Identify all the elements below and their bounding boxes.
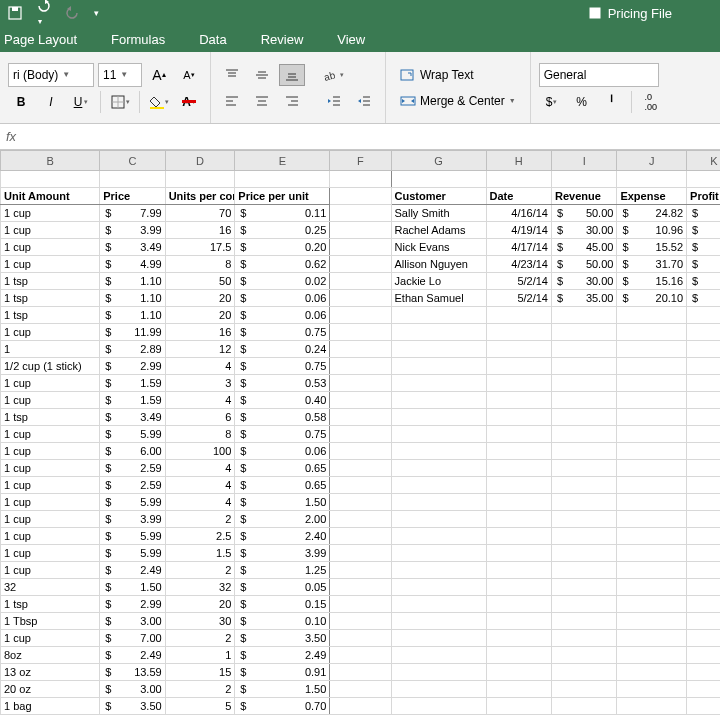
tab-review[interactable]: Review bbox=[261, 32, 304, 47]
cell[interactable]: 3.99 bbox=[235, 545, 330, 562]
cell[interactable]: 2 bbox=[165, 681, 235, 698]
cell[interactable] bbox=[391, 596, 486, 613]
cell[interactable] bbox=[391, 392, 486, 409]
cell[interactable]: 2.40 bbox=[235, 528, 330, 545]
cell[interactable]: 0.65 bbox=[235, 460, 330, 477]
cell[interactable] bbox=[486, 375, 551, 392]
cell[interactable]: 0.25 bbox=[235, 222, 330, 239]
italic-button[interactable]: I bbox=[38, 91, 64, 113]
cell[interactable]: 5 bbox=[165, 698, 235, 715]
cell[interactable] bbox=[391, 409, 486, 426]
cell[interactable]: 2.59 bbox=[100, 477, 165, 494]
cell[interactable] bbox=[391, 443, 486, 460]
cell[interactable]: 4/16/14 bbox=[486, 205, 551, 222]
comma-format-button[interactable]: ╵ bbox=[599, 91, 625, 113]
cell[interactable] bbox=[391, 630, 486, 647]
cell[interactable]: 4/17/14 bbox=[486, 239, 551, 256]
cell[interactable]: 1 bbox=[165, 647, 235, 664]
cell[interactable]: 20 bbox=[165, 596, 235, 613]
cell[interactable] bbox=[551, 579, 616, 596]
cell[interactable]: 4 bbox=[165, 460, 235, 477]
cell[interactable]: 19 bbox=[687, 222, 720, 239]
cell[interactable]: 4 bbox=[165, 477, 235, 494]
cell[interactable] bbox=[391, 307, 486, 324]
cell[interactable]: 32 bbox=[1, 579, 100, 596]
cell[interactable] bbox=[486, 477, 551, 494]
cell[interactable] bbox=[486, 664, 551, 681]
cell[interactable] bbox=[551, 392, 616, 409]
cell[interactable] bbox=[617, 494, 687, 511]
tab-data[interactable]: Data bbox=[199, 32, 226, 47]
cell[interactable]: 2.49 bbox=[235, 647, 330, 664]
cell[interactable] bbox=[551, 341, 616, 358]
increase-decimal-button[interactable]: .0.00 bbox=[638, 91, 664, 113]
accounting-format-button[interactable]: $▾ bbox=[539, 91, 565, 113]
column-header[interactable]: F bbox=[330, 151, 391, 171]
align-bottom-icon[interactable] bbox=[279, 64, 305, 86]
cell[interactable] bbox=[551, 494, 616, 511]
cell[interactable]: 2.59 bbox=[100, 460, 165, 477]
cell[interactable]: 100 bbox=[165, 443, 235, 460]
cell[interactable] bbox=[330, 562, 391, 579]
cell[interactable]: 1 bag bbox=[1, 698, 100, 715]
number-format-select[interactable]: General bbox=[539, 63, 659, 87]
cell[interactable]: 1 cup bbox=[1, 324, 100, 341]
cell[interactable] bbox=[687, 664, 720, 681]
cell[interactable]: 1 cup bbox=[1, 562, 100, 579]
cell[interactable]: 1.10 bbox=[100, 307, 165, 324]
cell[interactable]: 1/2 cup (1 stick) bbox=[1, 358, 100, 375]
cell[interactable] bbox=[486, 681, 551, 698]
cell[interactable]: 1 tsp bbox=[1, 290, 100, 307]
cell[interactable]: 1.59 bbox=[100, 375, 165, 392]
cell[interactable]: 3 bbox=[165, 375, 235, 392]
cell[interactable]: 20 bbox=[165, 307, 235, 324]
cell[interactable]: 0.05 bbox=[235, 579, 330, 596]
cell[interactable] bbox=[551, 426, 616, 443]
cell[interactable]: 30.00 bbox=[551, 273, 616, 290]
cell[interactable]: 2 bbox=[165, 511, 235, 528]
cell[interactable]: 32 bbox=[165, 579, 235, 596]
cell[interactable] bbox=[1, 171, 100, 188]
cell[interactable]: 45.00 bbox=[551, 239, 616, 256]
cell[interactable]: 12 bbox=[165, 341, 235, 358]
cell[interactable]: 30 bbox=[165, 613, 235, 630]
cell[interactable] bbox=[687, 545, 720, 562]
cell[interactable]: 2.99 bbox=[100, 358, 165, 375]
cell[interactable]: 1.10 bbox=[100, 273, 165, 290]
cell[interactable] bbox=[687, 392, 720, 409]
cell[interactable] bbox=[687, 613, 720, 630]
save-icon[interactable] bbox=[8, 6, 22, 20]
percent-format-button[interactable]: % bbox=[569, 91, 595, 113]
orientation-icon[interactable]: ab▾ bbox=[321, 64, 347, 86]
cell[interactable] bbox=[391, 613, 486, 630]
cell[interactable] bbox=[617, 511, 687, 528]
cell[interactable]: 4 bbox=[165, 392, 235, 409]
cell[interactable] bbox=[687, 562, 720, 579]
cell[interactable] bbox=[551, 596, 616, 613]
cell[interactable]: 2.49 bbox=[100, 562, 165, 579]
cell[interactable] bbox=[486, 409, 551, 426]
cell[interactable]: 1 cup bbox=[1, 477, 100, 494]
cell[interactable] bbox=[617, 477, 687, 494]
cell[interactable] bbox=[551, 307, 616, 324]
cell[interactable] bbox=[330, 443, 391, 460]
cell[interactable]: 0.75 bbox=[235, 358, 330, 375]
cell[interactable] bbox=[330, 188, 391, 205]
cell[interactable] bbox=[391, 528, 486, 545]
cell[interactable]: 5/2/14 bbox=[486, 273, 551, 290]
cell[interactable]: 1.5 bbox=[165, 545, 235, 562]
undo-icon[interactable]: ▾ bbox=[36, 0, 52, 27]
cell[interactable] bbox=[617, 443, 687, 460]
cell[interactable] bbox=[391, 426, 486, 443]
cell[interactable]: 0.40 bbox=[235, 392, 330, 409]
wrap-text-button[interactable]: Wrap Text bbox=[394, 64, 480, 86]
cell[interactable] bbox=[486, 171, 551, 188]
cell[interactable] bbox=[617, 375, 687, 392]
cell[interactable] bbox=[486, 579, 551, 596]
cell[interactable]: 16 bbox=[165, 222, 235, 239]
cell[interactable]: 2.99 bbox=[100, 596, 165, 613]
column-header[interactable]: H bbox=[486, 151, 551, 171]
cell[interactable] bbox=[617, 596, 687, 613]
cell[interactable]: 0.10 bbox=[235, 613, 330, 630]
cell[interactable] bbox=[551, 528, 616, 545]
